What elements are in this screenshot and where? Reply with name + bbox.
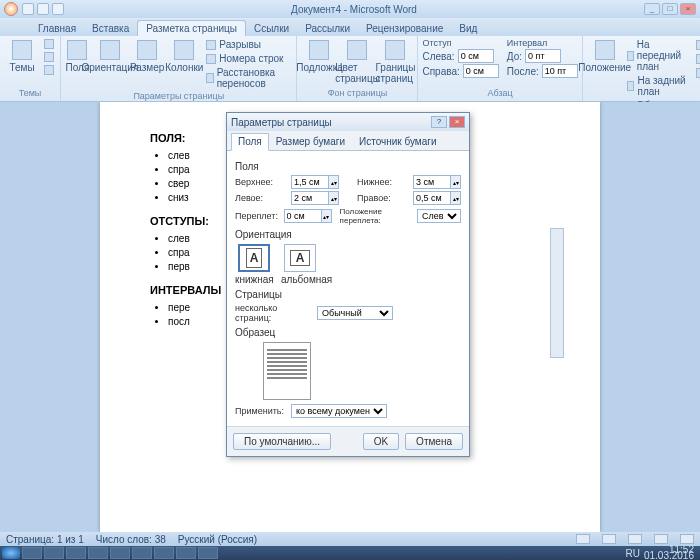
watermark-icon [309,40,329,60]
indent-left-input[interactable] [458,49,494,63]
group-objects-button[interactable]: Группировать [694,52,700,65]
hyphenation-button[interactable]: Расстановка переносов [204,66,292,90]
spinner-icon[interactable]: ▴▾ [451,175,461,189]
apply-to-select[interactable]: ко всему документу [291,404,387,418]
view-fullscreen-icon[interactable] [602,534,616,544]
taskbar-item[interactable] [66,547,86,559]
taskbar-item[interactable] [22,547,42,559]
spinner-icon[interactable]: ▴▾ [322,209,332,223]
status-page[interactable]: Страница: 1 из 1 [6,534,84,545]
taskbar-item[interactable] [132,547,152,559]
tab-mailings[interactable]: Рассылки [297,21,358,36]
tab-view[interactable]: Вид [451,21,485,36]
position-button[interactable]: Положение [587,38,623,84]
gutter-position-select[interactable]: Слева [417,209,461,223]
tray-lang[interactable]: RU [625,548,639,559]
size-button[interactable]: Размер [130,38,164,84]
tab-insert[interactable]: Вставка [84,21,137,36]
orientation-portrait[interactable]: A книжная [235,244,273,285]
columns-button[interactable]: Колонки [166,38,202,84]
page-color-icon [347,40,367,60]
scrollbar-vertical[interactable] [550,228,564,358]
theme-effects-icon[interactable] [42,64,56,76]
orientation-button[interactable]: Ориентация [92,38,128,84]
themes-button[interactable]: Темы [4,38,40,84]
office-button[interactable] [4,2,18,16]
themes-icon [12,40,32,60]
dialog-tab-paper[interactable]: Размер бумаги [269,133,352,150]
margin-top-input[interactable] [291,175,329,189]
margin-right-input[interactable] [413,191,451,205]
group-page-background: Подложка Цвет страницы Границы страниц Ф… [297,36,418,101]
spinner-icon[interactable]: ▴▾ [329,191,339,205]
taskbar-item[interactable] [110,547,130,559]
cancel-button[interactable]: Отмена [405,433,463,450]
align-button[interactable]: Выровнять [694,38,700,51]
view-web-icon[interactable] [628,534,642,544]
spinner-icon[interactable]: ▴▾ [329,175,339,189]
qat-undo-icon[interactable] [37,3,49,15]
theme-fonts-icon[interactable] [42,51,56,63]
ok-button[interactable]: OK [363,433,399,450]
taskbar-item[interactable] [88,547,108,559]
theme-colors-icon[interactable] [42,38,56,50]
spacing-after-input[interactable] [542,64,578,78]
dialog-close-button[interactable]: × [449,116,465,128]
bring-front-button[interactable]: На передний план [625,38,692,73]
bring-front-icon [627,51,634,61]
tab-review[interactable]: Рецензирование [358,21,451,36]
qat-redo-icon[interactable] [52,3,64,15]
view-outline-icon[interactable] [654,534,668,544]
view-draft-icon[interactable] [680,534,694,544]
group-arrange: Положение На передний план На задний пла… [583,36,700,101]
page-borders-button[interactable]: Границы страниц [377,38,413,84]
rotate-button[interactable]: Повернуть [694,66,700,79]
taskbar-item[interactable] [44,547,64,559]
status-words[interactable]: Число слов: 38 [96,534,166,545]
taskbar-item[interactable] [154,547,174,559]
ribbon: Темы Темы Поля Ориентация Размер Колонки… [0,36,700,102]
tab-links[interactable]: Ссылки [246,21,297,36]
breaks-button[interactable]: Разрывы [204,38,292,51]
minimize-button[interactable]: _ [644,3,660,15]
taskbar-item[interactable] [198,547,218,559]
margins-icon [67,40,87,60]
status-bar: Страница: 1 из 1 Число слов: 38 Русский … [0,532,700,546]
group-paragraph: Отступ Слева: Справа: Интервал До: После… [418,36,582,101]
dialog-help-button[interactable]: ? [431,116,447,128]
start-button[interactable] [2,547,20,559]
spinner-icon[interactable]: ▴▾ [451,191,461,205]
columns-icon [174,40,194,60]
page-color-button[interactable]: Цвет страницы [339,38,375,84]
dialog-tabs: Поля Размер бумаги Источник бумаги [227,131,469,151]
system-tray[interactable]: RU 11:52 01.03.2016 [625,547,698,559]
margins-button[interactable]: Поля [65,38,90,84]
defaults-button[interactable]: По умолчанию... [233,433,331,450]
watermark-button[interactable]: Подложка [301,38,337,84]
qat-save-icon[interactable] [22,3,34,15]
tab-home[interactable]: Главная [30,21,84,36]
status-language[interactable]: Русский (Россия) [178,534,257,545]
indent-right-input[interactable] [463,64,499,78]
maximize-button[interactable]: □ [662,3,678,15]
dialog-tab-fields[interactable]: Поля [231,133,269,151]
line-numbers-button[interactable]: Номера строк [204,52,292,65]
taskbar-item[interactable] [176,547,196,559]
view-print-layout-icon[interactable] [576,534,590,544]
dialog-body: Поля Верхнее: ▴▾ Нижнее: ▴▾ Левое: ▴▾ Пр… [227,151,469,426]
tab-page-layout[interactable]: Разметка страницы [137,20,246,36]
close-button[interactable]: × [680,3,696,15]
orientation-landscape[interactable]: A альбомная [281,244,319,285]
gutter-input[interactable] [284,209,322,223]
group-themes: Темы Темы [0,36,61,101]
spacing-before-input[interactable] [525,49,561,63]
margin-bottom-input[interactable] [413,175,451,189]
dialog-tab-source[interactable]: Источник бумаги [352,133,444,150]
margin-left-input[interactable] [291,191,329,205]
multi-pages-select[interactable]: Обычный [317,306,393,320]
group-page-setup: Поля Ориентация Размер Колонки Разрывы Н… [61,36,297,101]
position-icon [595,40,615,60]
preview-box [263,342,311,400]
send-back-button[interactable]: На задний план [625,74,692,98]
dialog-title: Параметры страницы [231,117,332,128]
